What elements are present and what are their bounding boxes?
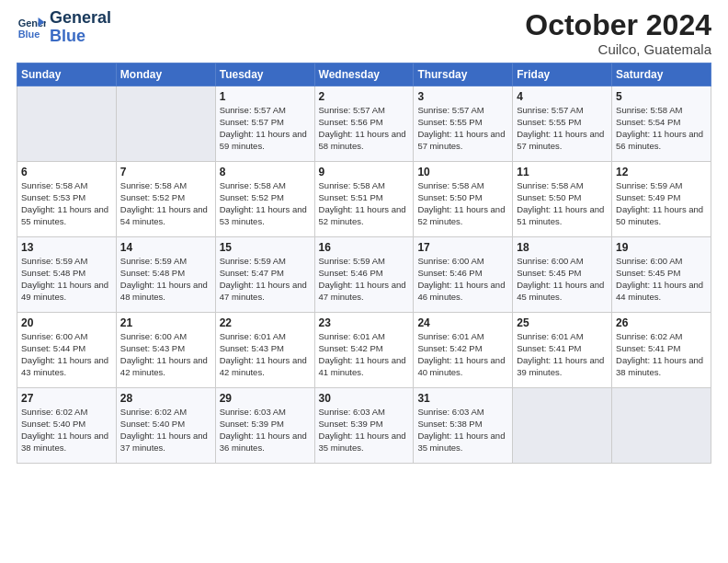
day-info: Sunrise: 5:59 AM Sunset: 5:49 PM Dayligh… bbox=[616, 180, 707, 227]
day-info: Sunrise: 6:00 AM Sunset: 5:45 PM Dayligh… bbox=[616, 256, 707, 303]
calendar-cell bbox=[612, 388, 711, 464]
calendar-cell: 12Sunrise: 5:59 AM Sunset: 5:49 PM Dayli… bbox=[612, 162, 711, 237]
day-number: 4 bbox=[517, 90, 608, 103]
calendar-cell: 5Sunrise: 5:58 AM Sunset: 5:54 PM Daylig… bbox=[612, 86, 711, 162]
logo-line2: Blue bbox=[50, 28, 111, 46]
title-block: October 2024 Cuilco, Guatemala bbox=[525, 9, 711, 57]
day-number: 7 bbox=[120, 166, 211, 178]
calendar-cell: 11Sunrise: 5:58 AM Sunset: 5:50 PM Dayli… bbox=[513, 162, 612, 237]
calendar-cell: 17Sunrise: 6:00 AM Sunset: 5:46 PM Dayli… bbox=[414, 237, 513, 313]
header-day-wednesday: Wednesday bbox=[314, 63, 414, 86]
day-number: 5 bbox=[616, 90, 707, 103]
calendar-cell: 4Sunrise: 5:57 AM Sunset: 5:55 PM Daylig… bbox=[513, 86, 612, 162]
header-day-sunday: Sunday bbox=[17, 63, 117, 86]
day-info: Sunrise: 5:57 AM Sunset: 5:57 PM Dayligh… bbox=[220, 105, 311, 152]
week-row-4: 20Sunrise: 6:00 AM Sunset: 5:44 PM Dayli… bbox=[17, 313, 711, 388]
calendar-cell: 9Sunrise: 5:58 AM Sunset: 5:51 PM Daylig… bbox=[314, 162, 414, 237]
day-info: Sunrise: 6:03 AM Sunset: 5:39 PM Dayligh… bbox=[220, 407, 311, 454]
calendar-cell: 21Sunrise: 6:00 AM Sunset: 5:43 PM Dayli… bbox=[116, 313, 215, 388]
day-number: 29 bbox=[220, 392, 311, 405]
day-number: 25 bbox=[517, 316, 608, 329]
calendar-cell: 10Sunrise: 5:58 AM Sunset: 5:50 PM Dayli… bbox=[414, 162, 513, 237]
day-info: Sunrise: 5:59 AM Sunset: 5:48 PM Dayligh… bbox=[21, 256, 112, 303]
day-info: Sunrise: 5:59 AM Sunset: 5:46 PM Dayligh… bbox=[319, 256, 410, 303]
day-number: 31 bbox=[417, 392, 508, 405]
calendar-cell: 20Sunrise: 6:00 AM Sunset: 5:44 PM Dayli… bbox=[17, 313, 117, 388]
day-info: Sunrise: 5:57 AM Sunset: 5:56 PM Dayligh… bbox=[319, 105, 410, 152]
day-info: Sunrise: 5:58 AM Sunset: 5:50 PM Dayligh… bbox=[417, 180, 508, 227]
day-number: 22 bbox=[220, 316, 311, 329]
day-info: Sunrise: 5:58 AM Sunset: 5:53 PM Dayligh… bbox=[21, 180, 112, 227]
day-number: 19 bbox=[616, 241, 707, 254]
day-number: 16 bbox=[319, 241, 410, 254]
calendar-cell: 30Sunrise: 6:03 AM Sunset: 5:39 PM Dayli… bbox=[314, 388, 414, 464]
calendar-cell: 25Sunrise: 6:01 AM Sunset: 5:41 PM Dayli… bbox=[513, 313, 612, 388]
day-info: Sunrise: 5:59 AM Sunset: 5:47 PM Dayligh… bbox=[220, 256, 311, 303]
day-info: Sunrise: 6:01 AM Sunset: 5:42 PM Dayligh… bbox=[417, 331, 508, 378]
calendar-cell: 27Sunrise: 6:02 AM Sunset: 5:40 PM Dayli… bbox=[17, 388, 117, 464]
week-row-1: 1Sunrise: 5:57 AM Sunset: 5:57 PM Daylig… bbox=[17, 86, 711, 162]
calendar-cell: 15Sunrise: 5:59 AM Sunset: 5:47 PM Dayli… bbox=[215, 237, 314, 313]
day-number: 17 bbox=[417, 241, 508, 254]
day-number: 1 bbox=[220, 90, 311, 103]
day-info: Sunrise: 5:57 AM Sunset: 5:55 PM Dayligh… bbox=[517, 105, 608, 152]
logo-text: General Blue bbox=[50, 9, 111, 46]
header-day-monday: Monday bbox=[116, 63, 215, 86]
day-number: 18 bbox=[517, 241, 608, 254]
day-info: Sunrise: 6:00 AM Sunset: 5:44 PM Dayligh… bbox=[21, 331, 112, 378]
calendar-cell: 14Sunrise: 5:59 AM Sunset: 5:48 PM Dayli… bbox=[116, 237, 215, 313]
day-number: 21 bbox=[120, 316, 211, 329]
week-row-3: 13Sunrise: 5:59 AM Sunset: 5:48 PM Dayli… bbox=[17, 237, 711, 313]
day-info: Sunrise: 5:58 AM Sunset: 5:54 PM Dayligh… bbox=[616, 105, 707, 152]
day-number: 28 bbox=[120, 392, 211, 405]
calendar-cell: 23Sunrise: 6:01 AM Sunset: 5:42 PM Dayli… bbox=[314, 313, 414, 388]
calendar-subtitle: Cuilco, Guatemala bbox=[525, 41, 711, 57]
day-info: Sunrise: 5:58 AM Sunset: 5:51 PM Dayligh… bbox=[319, 180, 410, 227]
calendar-cell: 18Sunrise: 6:00 AM Sunset: 5:45 PM Dayli… bbox=[513, 237, 612, 313]
header-day-tuesday: Tuesday bbox=[215, 63, 314, 86]
day-info: Sunrise: 6:02 AM Sunset: 5:41 PM Dayligh… bbox=[616, 331, 707, 378]
header: General Blue General Blue October 2024 C… bbox=[17, 9, 711, 57]
calendar-page: General Blue General Blue October 2024 C… bbox=[0, 0, 728, 563]
day-info: Sunrise: 6:00 AM Sunset: 5:46 PM Dayligh… bbox=[417, 256, 508, 303]
day-info: Sunrise: 6:00 AM Sunset: 5:45 PM Dayligh… bbox=[517, 256, 608, 303]
calendar-cell bbox=[17, 86, 117, 162]
day-number: 6 bbox=[21, 166, 112, 178]
calendar-cell: 8Sunrise: 5:58 AM Sunset: 5:52 PM Daylig… bbox=[215, 162, 314, 237]
day-number: 20 bbox=[21, 316, 112, 329]
day-info: Sunrise: 6:02 AM Sunset: 5:40 PM Dayligh… bbox=[120, 407, 211, 454]
logo-line1: General bbox=[50, 9, 111, 28]
calendar-cell: 26Sunrise: 6:02 AM Sunset: 5:41 PM Dayli… bbox=[612, 313, 711, 388]
calendar-title: October 2024 bbox=[525, 9, 711, 41]
day-info: Sunrise: 6:01 AM Sunset: 5:43 PM Dayligh… bbox=[220, 331, 311, 378]
calendar-cell: 7Sunrise: 5:58 AM Sunset: 5:52 PM Daylig… bbox=[116, 162, 215, 237]
day-info: Sunrise: 6:01 AM Sunset: 5:41 PM Dayligh… bbox=[517, 331, 608, 378]
calendar-cell: 6Sunrise: 5:58 AM Sunset: 5:53 PM Daylig… bbox=[17, 162, 117, 237]
day-info: Sunrise: 6:01 AM Sunset: 5:42 PM Dayligh… bbox=[319, 331, 410, 378]
day-number: 30 bbox=[319, 392, 410, 405]
calendar-cell: 24Sunrise: 6:01 AM Sunset: 5:42 PM Dayli… bbox=[414, 313, 513, 388]
calendar-cell: 16Sunrise: 5:59 AM Sunset: 5:46 PM Dayli… bbox=[314, 237, 414, 313]
day-number: 8 bbox=[220, 166, 311, 178]
day-number: 14 bbox=[120, 241, 211, 254]
calendar-cell: 3Sunrise: 5:57 AM Sunset: 5:55 PM Daylig… bbox=[414, 86, 513, 162]
logo: General Blue General Blue bbox=[17, 9, 111, 46]
day-number: 12 bbox=[616, 166, 707, 178]
calendar-cell: 31Sunrise: 6:03 AM Sunset: 5:38 PM Dayli… bbox=[414, 388, 513, 464]
day-number: 10 bbox=[417, 166, 508, 178]
calendar-cell: 2Sunrise: 5:57 AM Sunset: 5:56 PM Daylig… bbox=[314, 86, 414, 162]
header-day-thursday: Thursday bbox=[414, 63, 513, 86]
day-info: Sunrise: 5:57 AM Sunset: 5:55 PM Dayligh… bbox=[417, 105, 508, 152]
day-number: 3 bbox=[417, 90, 508, 103]
day-info: Sunrise: 5:59 AM Sunset: 5:48 PM Dayligh… bbox=[120, 256, 211, 303]
day-number: 24 bbox=[417, 316, 508, 329]
day-info: Sunrise: 6:03 AM Sunset: 5:38 PM Dayligh… bbox=[417, 407, 508, 454]
day-info: Sunrise: 5:58 AM Sunset: 5:50 PM Dayligh… bbox=[517, 180, 608, 227]
day-info: Sunrise: 5:58 AM Sunset: 5:52 PM Dayligh… bbox=[220, 180, 311, 227]
calendar-cell: 1Sunrise: 5:57 AM Sunset: 5:57 PM Daylig… bbox=[215, 86, 314, 162]
day-number: 9 bbox=[319, 166, 410, 178]
day-number: 15 bbox=[220, 241, 311, 254]
calendar-cell: 28Sunrise: 6:02 AM Sunset: 5:40 PM Dayli… bbox=[116, 388, 215, 464]
day-info: Sunrise: 6:02 AM Sunset: 5:40 PM Dayligh… bbox=[21, 407, 112, 454]
week-row-2: 6Sunrise: 5:58 AM Sunset: 5:53 PM Daylig… bbox=[17, 162, 711, 237]
